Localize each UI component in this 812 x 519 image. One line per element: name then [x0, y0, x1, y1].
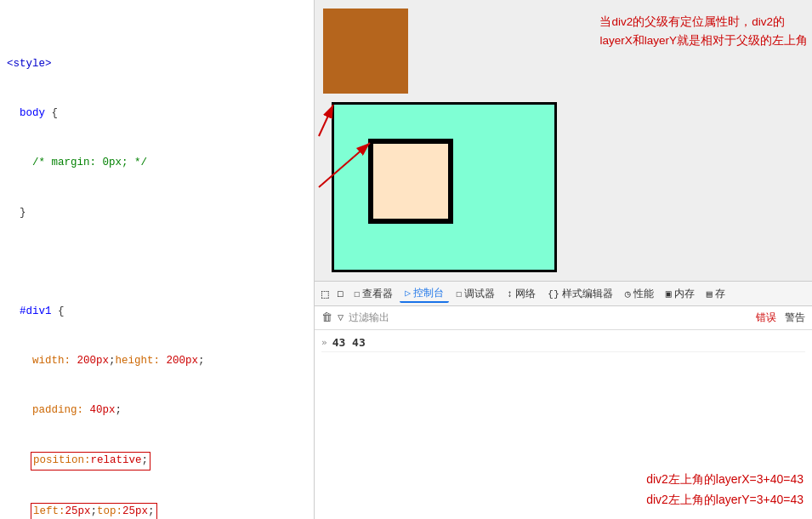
console-icon: ▷: [405, 287, 411, 299]
delete-icon[interactable]: 🗑: [321, 311, 332, 324]
error-warning-area: 错误 警告: [756, 311, 805, 324]
annotation-top: 当div2的父级有定位属性时，div2的 layerX和layerY就是相对于父…: [599, 13, 808, 49]
error-button[interactable]: 错误: [756, 311, 776, 324]
warning-button[interactable]: 警告: [785, 311, 805, 324]
tab-debugger[interactable]: ☐ 调试器: [451, 286, 500, 302]
tab-style-editor[interactable]: {} 样式编辑器: [542, 286, 618, 302]
debugger-icon: ☐: [456, 288, 462, 299]
filter-label[interactable]: 过滤输出: [349, 311, 389, 325]
tab-memory[interactable]: ▣ 内存: [661, 286, 700, 302]
div2-preview: [368, 139, 453, 224]
tab-viewer[interactable]: ☐ 查看器: [349, 286, 398, 302]
storage-icon: ▤: [707, 288, 713, 299]
perf-icon: ◷: [625, 288, 631, 299]
console-value: 43 43: [332, 336, 366, 349]
tab-console[interactable]: ▷ 控制台: [400, 285, 449, 303]
tab-network[interactable]: ↕ 网络: [502, 286, 541, 302]
div1-preview: [332, 102, 557, 272]
div3-preview: [323, 9, 408, 94]
tab-performance[interactable]: ◷ 性能: [620, 286, 659, 302]
memory-icon: ▣: [666, 288, 672, 299]
tab-storage[interactable]: ▤ 存: [701, 286, 730, 302]
devtools-toolbar[interactable]: ⬚ ☐ ☐ 查看器 ▷ 控制台 ☐ 调试器 ↕ 网络 {} 样式编辑器 ◷ 性能…: [315, 281, 812, 306]
annotation-bottom: div2左上角的layerX=3+40=43 div2左上角的layerY=3+…: [646, 470, 803, 510]
filter-icon: ▽: [338, 311, 344, 324]
filter-bar: 🗑 ▽ 过滤输出 错误 警告: [315, 306, 812, 330]
responsive-icon[interactable]: ☐: [333, 285, 347, 302]
console-output: » 43 43 div2左上角的layerX=3+40=43 div2左上角的l…: [315, 330, 812, 519]
style-icon: {}: [548, 288, 559, 299]
code-content: <style> body { /* margin: 0px; */ } #div…: [0, 0, 314, 519]
console-prompt: »: [321, 337, 327, 348]
code-editor: <style> body { /* margin: 0px; */ } #div…: [0, 0, 315, 519]
inspect-icon[interactable]: ⬚: [318, 285, 332, 303]
console-row: » 43 43: [321, 334, 805, 352]
network-icon: ↕: [507, 288, 513, 299]
viewer-icon: ☐: [354, 288, 360, 299]
right-panel: 当div2的父级有定位属性时，div2的 layerX和layerY就是相对于父…: [315, 0, 812, 519]
preview-area: 当div2的父级有定位属性时，div2的 layerX和layerY就是相对于父…: [315, 0, 812, 281]
